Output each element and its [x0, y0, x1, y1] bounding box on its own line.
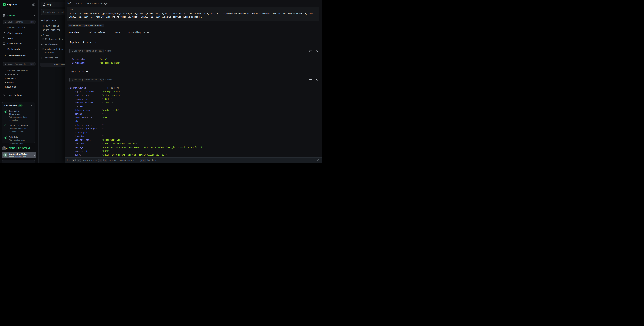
wrap-lines-icon[interactable] — [309, 78, 312, 81]
attribute-key[interactable]: SeverityText — [72, 58, 100, 60]
sidebar-collapse-icon[interactable] — [32, 4, 35, 6]
sidebar-item-chart-explorer[interactable]: Chart Explorer — [0, 31, 38, 35]
chevron-up-icon[interactable] — [30, 105, 32, 106]
help-button[interactable]: ? — [2, 146, 6, 150]
attribute-value[interactable]: "postgresql-demo" — [100, 62, 120, 64]
task-desc: Set up your database connection — [9, 116, 28, 122]
attribute-value[interactable]: "" — [102, 105, 104, 108]
attribute-key[interactable]: LogAttributes — [70, 87, 86, 89]
attribute-value[interactable]: "" — [102, 120, 104, 123]
chevron-up-icon[interactable] — [316, 70, 318, 71]
preset-clickhouse[interactable]: ClickHouse — [5, 77, 16, 80]
attribute-key[interactable]: ServiceName — [72, 62, 100, 64]
attribute-key[interactable]: message — [75, 146, 102, 149]
sidebar-item-alerts[interactable]: Alerts — [0, 36, 38, 41]
tree-expand-icon[interactable]: ▾ — [68, 87, 69, 89]
attribute-value[interactable]: "backup_service" — [102, 90, 122, 93]
attribute-key[interactable]: log_time — [75, 143, 102, 145]
attribute-value[interactable]: "[local]" — [102, 102, 113, 104]
attribute-key[interactable]: error_severity — [75, 116, 102, 119]
attribute-key[interactable]: backend_type — [75, 94, 102, 97]
gear-icon[interactable] — [316, 50, 318, 52]
facet-severitytext-header[interactable]: SeverityText — [41, 57, 58, 59]
attribute-key[interactable]: context — [75, 105, 102, 108]
mode-event-patterns[interactable]: Event Patterns — [43, 28, 60, 32]
load-more-row[interactable]: Load more — [42, 52, 54, 54]
preset-services[interactable]: Services — [5, 81, 14, 84]
attribute-value[interactable]: "" — [102, 131, 104, 134]
get-started-item[interactable]: Connect to ClickHouse Set up your databa… — [4, 110, 32, 122]
attribute-value[interactable]: "postgresql.log" — [102, 139, 122, 141]
facet-servicename-header[interactable]: ServiceName — [41, 43, 58, 46]
attribute-value[interactable]: "" — [102, 124, 104, 126]
sidebar-item-search[interactable]: Search — [0, 13, 38, 18]
create-dashboard-button[interactable]: + Create Dashboard — [5, 54, 26, 57]
user-menu[interactable]: D dominic.tran@clic... dominic.tran@clic… — [2, 152, 36, 158]
attribute-key[interactable]: connection_from — [75, 102, 102, 104]
attribute-value[interactable]: "info" — [100, 58, 107, 60]
partial-card — [2, 160, 35, 163]
preset-kubernetes[interactable]: Kubernetes — [5, 86, 16, 88]
attribute-value[interactable]: "analytics_db" — [102, 109, 119, 111]
avatar: D — [3, 153, 8, 157]
denoise-icon — [45, 38, 47, 40]
denoise-label[interactable]: Denoise Results — [49, 38, 67, 40]
tab-surrounding-context[interactable]: Surrounding Context — [127, 31, 150, 34]
attribute-key[interactable]: internal_query_pos — [75, 128, 102, 130]
attribute-key[interactable]: log.file.name — [75, 139, 102, 141]
attribute-value[interactable]: "client backend" — [102, 94, 122, 97]
attribute-key[interactable]: detail — [75, 113, 102, 115]
gear-icon[interactable] — [316, 78, 318, 81]
wrap-lines-icon[interactable] — [309, 50, 312, 52]
sidebar-item-client-sessions[interactable]: Client Sessions — [0, 41, 38, 46]
get-started-item[interactable]: Add Data Start sending logs, metrics, or… — [4, 136, 32, 145]
chevron-up-icon[interactable] — [34, 49, 36, 50]
denoise-checkbox[interactable] — [42, 38, 44, 40]
attribute-key[interactable]: process_id — [75, 150, 102, 152]
top-attrs-search-input[interactable]: Search properties by key or value — [69, 49, 104, 53]
tab-overview[interactable]: Overview — [69, 31, 79, 34]
search-icon — [4, 63, 6, 65]
presets-toggle[interactable]: PRESETS — [5, 74, 18, 76]
attribute-key[interactable]: hint — [75, 120, 102, 123]
close-icon[interactable] — [316, 159, 319, 161]
attribute-value[interactable]: "2025-11-10 23:59:47.000 UTC" — [102, 143, 138, 145]
saved-dashboards-input[interactable]: Saved Dashboards ⌘K — [2, 62, 36, 66]
tab-trace[interactable]: Trace — [114, 31, 120, 34]
log-attrs-search-input[interactable]: Search properties by key or value — [69, 78, 104, 82]
attribute-value[interactable]: "88711" — [102, 150, 110, 152]
bell-icon — [2, 37, 6, 40]
attribute-key[interactable]: query — [75, 154, 102, 156]
attribute-key[interactable]: application_name — [75, 90, 102, 93]
top-attrs-search-placeholder: Search properties by key or value — [74, 50, 112, 52]
attribute-value[interactable]: "" — [102, 135, 104, 137]
attribute-key[interactable]: database_name — [75, 109, 102, 111]
attribute-key[interactable]: internal_query — [75, 124, 102, 126]
attribute-value[interactable]: "" — [102, 128, 104, 130]
body-line[interactable]: VALUES ($1, $2)",,,,,,"INSERT INTO order… — [69, 16, 318, 19]
attribute-value[interactable]: "INSERT" — [102, 98, 112, 100]
body-line[interactable]: 2025-11-10 23:59:47.000 UTC,postgres,ana… — [69, 12, 318, 16]
attribute-key[interactable]: location — [75, 135, 102, 137]
attribute-value[interactable]: "LOG" — [102, 116, 108, 119]
mode-results-table[interactable]: Results Table — [43, 24, 59, 28]
attribute-key[interactable]: leader_pid — [75, 131, 102, 134]
service-name-tag[interactable]: ServiceName: postgresql-demo — [68, 24, 104, 28]
sidebar: HyperDX Search Saved Searches ⌘K No save… — [0, 0, 38, 163]
facet-value-checkbox[interactable] — [42, 48, 44, 50]
get-started-item[interactable]: Create Data Sources Configure where your… — [4, 124, 32, 133]
attribute-row: SeverityText"info" — [72, 57, 120, 61]
sidebar-item-dashboards[interactable]: Dashboards — [0, 47, 38, 51]
attribute-value[interactable]: "INSERT INTO orders (user_id, total) VAL… — [102, 154, 167, 156]
tab-column-values[interactable]: Column Values — [89, 31, 105, 34]
attribute-row: query"INSERT INTO orders (user_id, total… — [75, 153, 206, 157]
facet-value-label[interactable]: postgresql-demo — [45, 48, 64, 50]
chevron-up-icon[interactable] — [34, 15, 36, 16]
attribute-key[interactable]: command_tag — [75, 98, 102, 100]
sidebar-item-team-settings[interactable]: Team Settings — [0, 93, 38, 97]
chevron-up-icon[interactable] — [316, 41, 318, 42]
brand[interactable]: HyperDX — [2, 3, 18, 6]
attribute-value[interactable]: "" — [102, 113, 104, 115]
saved-searches-input[interactable]: Saved Searches ⌘K — [2, 20, 36, 24]
attribute-value[interactable]: "duration: 45.950 ms statement: INSERT I… — [102, 146, 206, 149]
